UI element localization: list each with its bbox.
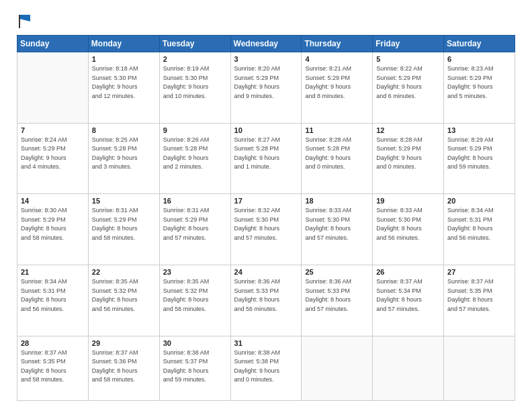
svg-marker-0 — [19, 15, 30, 21]
day-info: Sunrise: 8:22 AM Sunset: 5:29 PM Dayligh… — [376, 64, 440, 101]
day-info: Sunrise: 8:35 AM Sunset: 5:32 PM Dayligh… — [163, 277, 227, 314]
day-number: 29 — [92, 339, 156, 347]
calendar-cell: 12Sunrise: 8:28 AM Sunset: 5:29 PM Dayli… — [373, 123, 444, 194]
day-number: 26 — [376, 268, 440, 276]
day-info: Sunrise: 8:29 AM Sunset: 5:29 PM Dayligh… — [447, 136, 511, 172]
calendar-cell: 13Sunrise: 8:29 AM Sunset: 5:29 PM Dayli… — [444, 123, 515, 194]
day-info: Sunrise: 8:24 AM Sunset: 5:29 PM Dayligh… — [21, 136, 85, 172]
calendar-week-4: 21Sunrise: 8:34 AM Sunset: 5:31 PM Dayli… — [17, 265, 515, 336]
day-number: 15 — [92, 197, 156, 205]
calendar-cell — [373, 336, 444, 400]
calendar-week-3: 14Sunrise: 8:30 AM Sunset: 5:29 PM Dayli… — [17, 194, 515, 265]
calendar-cell: 3Sunrise: 8:20 AM Sunset: 5:29 PM Daylig… — [230, 52, 302, 124]
day-info: Sunrise: 8:32 AM Sunset: 5:30 PM Dayligh… — [234, 206, 298, 242]
day-info: Sunrise: 8:33 AM Sunset: 5:30 PM Dayligh… — [376, 206, 440, 242]
calendar-week-1: 1Sunrise: 8:18 AM Sunset: 5:30 PM Daylig… — [17, 52, 515, 124]
day-info: Sunrise: 8:26 AM Sunset: 5:28 PM Dayligh… — [163, 136, 227, 172]
day-info: Sunrise: 8:20 AM Sunset: 5:29 PM Dayligh… — [234, 64, 298, 101]
day-info: Sunrise: 8:18 AM Sunset: 5:30 PM Dayligh… — [92, 64, 156, 101]
calendar-cell: 9Sunrise: 8:26 AM Sunset: 5:28 PM Daylig… — [159, 123, 230, 194]
day-info: Sunrise: 8:31 AM Sunset: 5:29 PM Dayligh… — [92, 206, 156, 242]
calendar-cell: 2Sunrise: 8:19 AM Sunset: 5:30 PM Daylig… — [159, 52, 230, 124]
day-number: 23 — [163, 268, 227, 276]
calendar-cell: 28Sunrise: 8:37 AM Sunset: 5:35 PM Dayli… — [17, 336, 89, 400]
day-number: 17 — [234, 197, 298, 205]
day-number: 24 — [234, 268, 298, 276]
day-info: Sunrise: 8:36 AM Sunset: 5:33 PM Dayligh… — [305, 277, 369, 314]
day-info: Sunrise: 8:37 AM Sunset: 5:35 PM Dayligh… — [21, 349, 85, 385]
calendar-cell: 24Sunrise: 8:36 AM Sunset: 5:33 PM Dayli… — [230, 265, 302, 336]
day-number: 25 — [305, 268, 369, 276]
calendar-cell: 11Sunrise: 8:28 AM Sunset: 5:28 PM Dayli… — [302, 123, 373, 194]
day-info: Sunrise: 8:28 AM Sunset: 5:28 PM Dayligh… — [305, 136, 369, 172]
calendar-week-2: 7Sunrise: 8:24 AM Sunset: 5:29 PM Daylig… — [17, 123, 515, 194]
calendar-cell: 17Sunrise: 8:32 AM Sunset: 5:30 PM Dayli… — [230, 194, 302, 265]
weekday-header-monday: Monday — [88, 36, 159, 52]
day-info: Sunrise: 8:27 AM Sunset: 5:28 PM Dayligh… — [234, 136, 298, 172]
calendar-cell: 6Sunrise: 8:23 AM Sunset: 5:29 PM Daylig… — [444, 52, 515, 124]
day-number: 2 — [163, 55, 227, 63]
calendar-cell — [444, 336, 515, 400]
weekday-header-wednesday: Wednesday — [230, 36, 302, 52]
calendar-cell: 31Sunrise: 8:38 AM Sunset: 5:38 PM Dayli… — [230, 336, 302, 400]
day-info: Sunrise: 8:25 AM Sunset: 5:28 PM Dayligh… — [92, 136, 156, 172]
weekday-header-row: SundayMondayTuesdayWednesdayThursdayFrid… — [17, 36, 515, 52]
calendar-cell: 19Sunrise: 8:33 AM Sunset: 5:30 PM Dayli… — [373, 194, 444, 265]
day-number: 10 — [234, 126, 298, 134]
calendar-cell: 27Sunrise: 8:37 AM Sunset: 5:35 PM Dayli… — [444, 265, 515, 336]
weekday-header-thursday: Thursday — [302, 36, 373, 52]
day-number: 11 — [305, 126, 369, 134]
calendar-cell — [17, 52, 89, 124]
calendar-cell: 10Sunrise: 8:27 AM Sunset: 5:28 PM Dayli… — [230, 123, 302, 194]
day-info: Sunrise: 8:37 AM Sunset: 5:34 PM Dayligh… — [376, 277, 440, 314]
calendar-cell: 23Sunrise: 8:35 AM Sunset: 5:32 PM Dayli… — [159, 265, 230, 336]
weekday-header-saturday: Saturday — [444, 36, 515, 52]
day-info: Sunrise: 8:35 AM Sunset: 5:32 PM Dayligh… — [92, 277, 156, 314]
calendar-cell: 16Sunrise: 8:31 AM Sunset: 5:29 PM Dayli… — [159, 194, 230, 265]
day-number: 1 — [92, 55, 156, 63]
calendar-cell: 30Sunrise: 8:38 AM Sunset: 5:37 PM Dayli… — [159, 336, 230, 400]
page: SundayMondayTuesdayWednesdayThursdayFrid… — [0, 0, 532, 411]
calendar-cell: 15Sunrise: 8:31 AM Sunset: 5:29 PM Dayli… — [88, 194, 159, 265]
weekday-header-tuesday: Tuesday — [159, 36, 230, 52]
day-number: 13 — [447, 126, 511, 134]
day-number: 21 — [21, 268, 85, 276]
calendar-cell: 18Sunrise: 8:33 AM Sunset: 5:30 PM Dayli… — [302, 194, 373, 265]
calendar-cell: 20Sunrise: 8:34 AM Sunset: 5:31 PM Dayli… — [444, 194, 515, 265]
day-number: 31 — [234, 339, 298, 347]
day-number: 27 — [447, 268, 511, 276]
calendar-table: SundayMondayTuesdayWednesdayThursdayFrid… — [17, 35, 515, 401]
calendar-cell: 26Sunrise: 8:37 AM Sunset: 5:34 PM Dayli… — [373, 265, 444, 336]
logo — [17, 13, 33, 30]
day-number: 14 — [21, 197, 85, 205]
calendar-cell: 1Sunrise: 8:18 AM Sunset: 5:30 PM Daylig… — [88, 52, 159, 124]
day-number: 5 — [376, 55, 440, 63]
calendar-cell: 8Sunrise: 8:25 AM Sunset: 5:28 PM Daylig… — [88, 123, 159, 194]
header — [17, 13, 515, 30]
day-number: 6 — [447, 55, 511, 63]
day-info: Sunrise: 8:21 AM Sunset: 5:29 PM Dayligh… — [305, 64, 369, 101]
day-number: 19 — [376, 197, 440, 205]
day-number: 12 — [376, 126, 440, 134]
day-number: 28 — [21, 339, 85, 347]
day-number: 20 — [447, 197, 511, 205]
day-number: 4 — [305, 55, 369, 63]
day-number: 22 — [92, 268, 156, 276]
day-info: Sunrise: 8:37 AM Sunset: 5:36 PM Dayligh… — [92, 349, 156, 385]
day-info: Sunrise: 8:34 AM Sunset: 5:31 PM Dayligh… — [21, 277, 85, 314]
day-number: 18 — [305, 197, 369, 205]
logo-text-block — [17, 13, 33, 30]
calendar-cell: 29Sunrise: 8:37 AM Sunset: 5:36 PM Dayli… — [88, 336, 159, 400]
day-number: 9 — [163, 126, 227, 134]
weekday-header-sunday: Sunday — [17, 36, 89, 52]
day-info: Sunrise: 8:31 AM Sunset: 5:29 PM Dayligh… — [163, 206, 227, 242]
day-info: Sunrise: 8:38 AM Sunset: 5:38 PM Dayligh… — [234, 349, 298, 385]
day-info: Sunrise: 8:19 AM Sunset: 5:30 PM Dayligh… — [163, 64, 227, 101]
calendar-cell: 25Sunrise: 8:36 AM Sunset: 5:33 PM Dayli… — [302, 265, 373, 336]
calendar-cell: 22Sunrise: 8:35 AM Sunset: 5:32 PM Dayli… — [88, 265, 159, 336]
weekday-header-friday: Friday — [373, 36, 444, 52]
day-number: 7 — [21, 126, 85, 134]
day-info: Sunrise: 8:36 AM Sunset: 5:33 PM Dayligh… — [234, 277, 298, 314]
day-info: Sunrise: 8:30 AM Sunset: 5:29 PM Dayligh… — [21, 206, 85, 242]
day-number: 3 — [234, 55, 298, 63]
